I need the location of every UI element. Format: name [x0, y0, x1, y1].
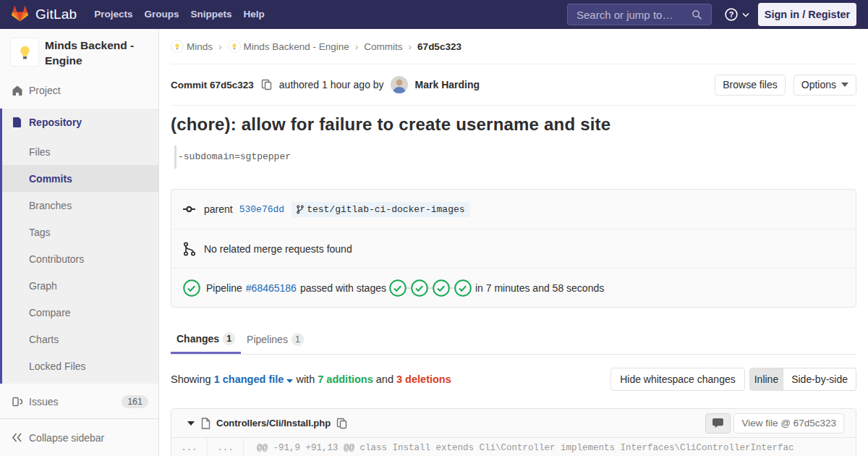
svg-text:?: ? — [729, 10, 734, 19]
